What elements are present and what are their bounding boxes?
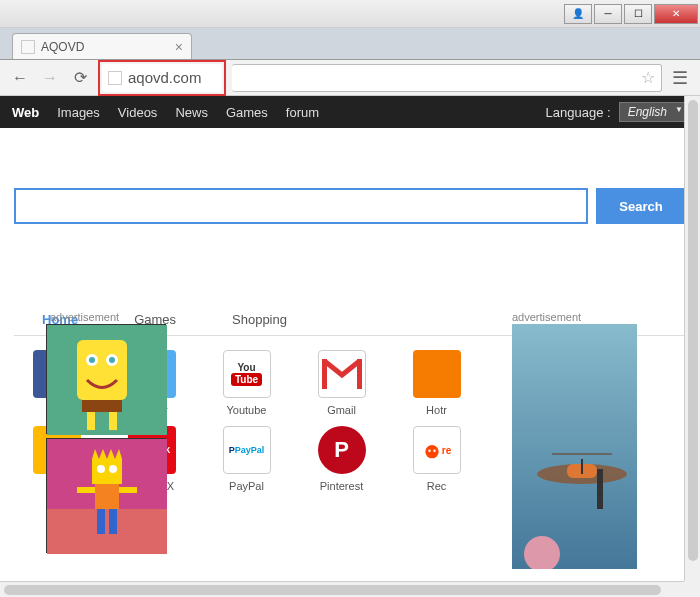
tile-label: Youtube xyxy=(227,404,267,416)
search-button[interactable]: Search xyxy=(596,188,686,224)
svg-point-3 xyxy=(425,445,438,458)
youtube-icon: You Tube xyxy=(223,350,271,398)
svg-point-18 xyxy=(97,465,105,473)
back-button[interactable]: ← xyxy=(8,66,32,90)
svg-rect-2 xyxy=(357,359,362,389)
tile-hotmail[interactable]: Hotr xyxy=(394,350,479,416)
tab-bar: AQOVD × xyxy=(0,28,700,60)
nav-news[interactable]: News xyxy=(175,105,208,120)
reload-button[interactable]: ⟳ xyxy=(68,66,92,90)
ad-label-right: advertisement xyxy=(512,311,581,323)
svg-rect-14 xyxy=(109,412,117,430)
svg-rect-22 xyxy=(97,509,105,534)
tile-label: Rec xyxy=(427,480,447,492)
hotmail-icon xyxy=(413,350,461,398)
svg-rect-23 xyxy=(109,509,117,534)
subtab-shopping[interactable]: Shopping xyxy=(204,304,315,335)
svg-rect-7 xyxy=(77,340,127,400)
tile-label: Gmail xyxy=(327,404,356,416)
horizontal-scrollbar[interactable] xyxy=(0,581,684,597)
page-favicon xyxy=(108,71,122,85)
tile-pinterest[interactable]: P Pinterest xyxy=(299,426,384,492)
svg-rect-20 xyxy=(77,487,95,493)
minimize-button[interactable]: ─ xyxy=(594,4,622,24)
address-bar-remainder[interactable]: ☆ xyxy=(232,64,662,92)
address-text: aqovd.com xyxy=(128,69,216,86)
svg-point-4 xyxy=(428,450,431,453)
ad-overlay-sidebanner[interactable]: askmebazaar ⓘ ▷ xyxy=(512,324,637,569)
svg-rect-29 xyxy=(597,469,603,509)
page-content: Search advertisement advertisement Home … xyxy=(0,128,700,588)
svg-rect-16 xyxy=(47,509,167,554)
close-tab-icon[interactable]: × xyxy=(175,39,183,55)
tile-label: Pinterest xyxy=(320,480,363,492)
ad-label-left: advertisement xyxy=(50,311,119,323)
svg-rect-17 xyxy=(95,484,119,509)
svg-point-9 xyxy=(89,357,95,363)
site-primary-nav: Web Images Videos News Games forum Langu… xyxy=(0,96,700,128)
nav-forum[interactable]: forum xyxy=(286,105,319,120)
browser-tab[interactable]: AQOVD × xyxy=(12,33,192,59)
tab-title: AQOVD xyxy=(41,40,84,54)
file-icon xyxy=(21,40,35,54)
language-label: Language : xyxy=(546,105,611,120)
browser-toolbar: ← → ⟳ aqovd.com ☆ ☰ xyxy=(0,60,700,96)
svg-rect-1 xyxy=(322,359,327,389)
tile-paypal[interactable]: P PayPal PayPal xyxy=(204,426,289,492)
tile-label: PayPal xyxy=(229,480,264,492)
tile-youtube[interactable]: You Tube Youtube xyxy=(204,350,289,416)
language-value: English xyxy=(628,105,667,119)
tile-label: Hotr xyxy=(426,404,447,416)
window-titlebar: 👤 ─ ☐ ✕ xyxy=(0,0,700,28)
svg-point-19 xyxy=(109,465,117,473)
close-window-button[interactable]: ✕ xyxy=(654,4,698,24)
nav-web[interactable]: Web xyxy=(12,105,39,120)
nav-images[interactable]: Images xyxy=(57,105,100,120)
bookmark-star-icon[interactable]: ☆ xyxy=(641,68,655,87)
svg-rect-24 xyxy=(512,324,637,569)
address-highlight: aqovd.com xyxy=(98,60,226,96)
user-button[interactable]: 👤 xyxy=(564,4,592,24)
search-input[interactable] xyxy=(14,188,588,224)
language-select[interactable]: English xyxy=(619,102,688,122)
tile-reddit[interactable]: re Rec xyxy=(394,426,479,492)
tile-gmail[interactable]: Gmail xyxy=(299,350,384,416)
svg-point-11 xyxy=(109,357,115,363)
scrollbar-corner xyxy=(684,581,700,597)
hamburger-menu-button[interactable]: ☰ xyxy=(668,66,692,90)
nav-games[interactable]: Games xyxy=(226,105,268,120)
forward-button[interactable]: → xyxy=(38,66,62,90)
svg-rect-13 xyxy=(87,412,95,430)
address-bar[interactable]: aqovd.com xyxy=(102,64,222,92)
maximize-button[interactable]: ☐ xyxy=(624,4,652,24)
gmail-icon xyxy=(318,350,366,398)
pinterest-icon: P xyxy=(318,426,366,474)
paypal-icon: P PayPal xyxy=(223,426,271,474)
ad-overlay-bart[interactable] xyxy=(46,438,166,553)
nav-videos[interactable]: Videos xyxy=(118,105,158,120)
ad-overlay-spongebob[interactable] xyxy=(46,324,166,434)
reddit-icon: re xyxy=(413,426,461,474)
svg-rect-12 xyxy=(82,400,122,412)
svg-point-5 xyxy=(433,450,436,453)
vertical-scrollbar[interactable] xyxy=(684,96,700,581)
svg-rect-21 xyxy=(119,487,137,493)
